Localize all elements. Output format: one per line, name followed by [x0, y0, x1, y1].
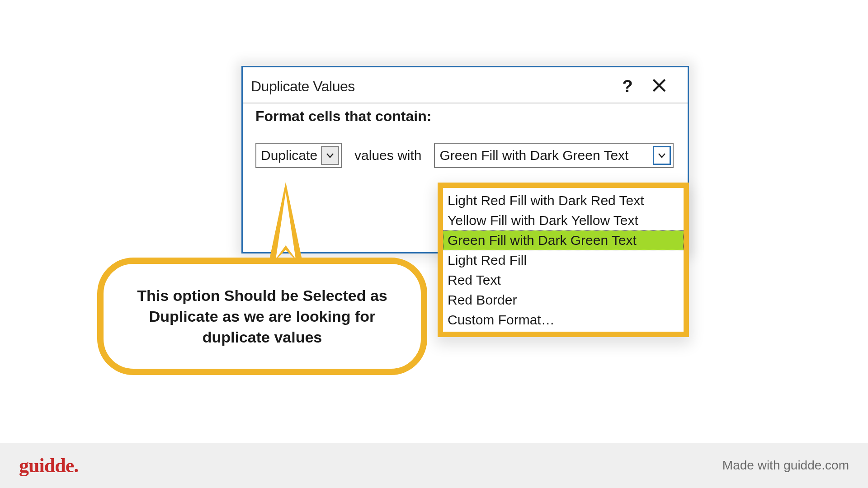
chevron-down-icon — [326, 153, 334, 158]
annotation-text: This option Should be Selected as Duplic… — [117, 285, 407, 347]
format-option[interactable]: Custom Format… — [443, 310, 684, 330]
brand-logo: guidde. — [19, 454, 78, 477]
format-combobox-button[interactable] — [653, 146, 671, 165]
dialog-titlebar: Duplicate Values ? — [243, 67, 688, 103]
chevron-down-icon — [658, 153, 666, 158]
dialog-body: Format cells that contain: Duplicate val… — [243, 103, 688, 177]
close-icon — [651, 78, 667, 93]
help-icon[interactable]: ? — [616, 77, 639, 96]
values-with-label: values with — [354, 148, 421, 163]
format-dropdown-list[interactable]: Light Red Fill with Dark Red TextYellow … — [438, 183, 689, 337]
format-option[interactable]: Yellow Fill with Dark Yellow Text — [443, 211, 684, 230]
footer-strip: guidde. Made with guidde.com — [0, 443, 868, 488]
format-option[interactable]: Light Red Fill — [443, 250, 684, 270]
format-combobox-value: Green Fill with Dark Green Text — [439, 148, 628, 163]
format-combobox[interactable]: Green Fill with Dark Green Text — [434, 143, 674, 168]
type-combobox-button[interactable] — [321, 146, 339, 165]
made-with-label: Made with guidde.com — [722, 458, 849, 473]
close-button[interactable] — [639, 78, 679, 95]
format-option[interactable]: Red Border — [443, 290, 684, 310]
format-option[interactable]: Light Red Fill with Dark Red Text — [443, 191, 684, 211]
format-option[interactable]: Red Text — [443, 270, 684, 290]
format-option[interactable]: Green Fill with Dark Green Text — [443, 230, 684, 250]
type-combobox[interactable]: Duplicate — [255, 143, 342, 168]
annotation-callout: This option Should be Selected as Duplic… — [97, 258, 427, 375]
format-row: Duplicate values with Green Fill with Da… — [255, 143, 679, 168]
dialog-instruction: Format cells that contain: — [255, 108, 679, 125]
type-combobox-value: Duplicate — [261, 148, 317, 163]
dialog-title: Duplicate Values — [251, 78, 616, 95]
